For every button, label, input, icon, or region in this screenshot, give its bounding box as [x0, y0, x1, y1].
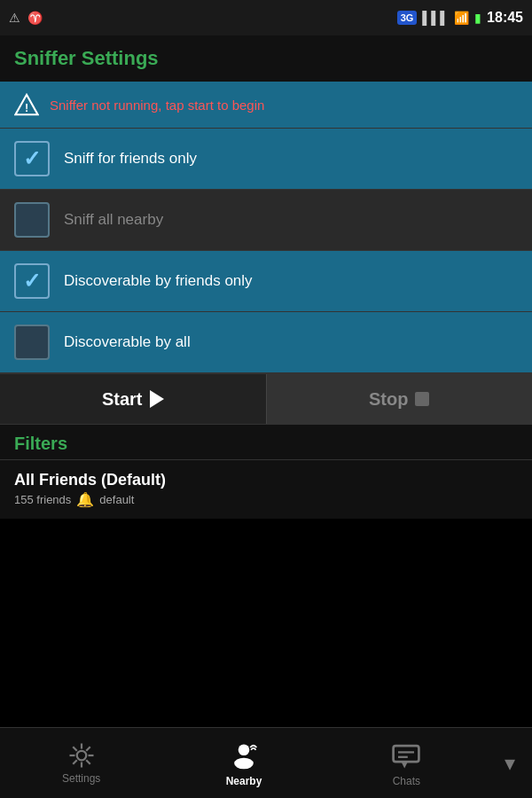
option-discoverable-all-label: Discoverable by all [64, 333, 191, 351]
wifi-icon: 📶 [454, 11, 469, 25]
option-sniff-friends-label: Sniff for friends only [64, 150, 197, 168]
network-badge: 3G [397, 11, 418, 25]
svg-line-10 [73, 760, 77, 764]
page-title: Sniffer Settings [14, 47, 159, 70]
filter-count: 155 friends [14, 493, 71, 506]
option-discoverable-all[interactable]: Discoverable by all [0, 312, 532, 373]
signal-icon: ▌▌▌ [422, 11, 449, 25]
svg-line-8 [86, 760, 90, 764]
status-bar: ⚠ ♈ 3G ▌▌▌ 📶 ▮ 18:45 [0, 0, 532, 35]
filter-item-all-friends[interactable]: All Friends (Default) 155 friends 🔔 defa… [0, 460, 532, 519]
settings-area: ! Sniffer not running, tap start to begi… [0, 82, 532, 425]
checkbox-sniff-friends[interactable]: ✓ [14, 141, 50, 176]
start-button-label: Start [102, 389, 143, 410]
checkmark-icon-2: ✓ [23, 270, 41, 292]
checkbox-sniff-nearby[interactable] [14, 202, 50, 238]
stop-button-label: Stop [369, 389, 408, 410]
filter-name: All Friends (Default) [14, 471, 518, 489]
status-left-icons: ⚠ ♈ [9, 11, 43, 25]
svg-point-11 [239, 744, 250, 755]
stop-button[interactable]: Stop [267, 374, 533, 424]
option-sniff-nearby-label: Sniff all nearby [64, 211, 163, 229]
chevron-down-icon: ▾ [505, 751, 515, 776]
warning-message: Sniffer not running, tap start to begin [50, 98, 264, 113]
nav-item-chats[interactable]: Chats [325, 728, 488, 798]
option-sniff-friends[interactable]: ✓ Sniff for friends only [0, 129, 532, 190]
nav-chats-label: Chats [393, 775, 420, 787]
filters-section: Filters All Friends (Default) 155 friend… [0, 425, 532, 519]
svg-line-7 [73, 747, 77, 751]
svg-line-9 [86, 747, 90, 751]
filters-header: Filters [0, 425, 532, 460]
filter-sound-icon: 🔔 [76, 491, 94, 508]
title-bar: Sniffer Settings [0, 35, 532, 82]
option-sniff-nearby[interactable]: Sniff all nearby [0, 190, 532, 251]
warning-banner: ! Sniffer not running, tap start to begi… [0, 82, 532, 129]
stop-icon [415, 392, 429, 406]
svg-text:!: ! [25, 102, 28, 114]
usb-icon: ♈ [27, 11, 43, 25]
svg-point-2 [76, 750, 86, 760]
svg-point-12 [234, 757, 254, 769]
bottom-nav: Settings Nearby Chats ▾ [0, 727, 532, 798]
filter-default-label: default [99, 493, 134, 506]
svg-marker-16 [402, 762, 408, 768]
status-time: 18:45 [487, 10, 523, 26]
nav-more-button[interactable]: ▾ [488, 728, 532, 798]
nearby-icon [228, 739, 260, 771]
start-button[interactable]: Start [0, 374, 267, 424]
checkbox-discoverable-friends[interactable]: ✓ [14, 263, 50, 299]
nav-nearby-label: Nearby [226, 775, 262, 787]
nav-settings-label: Settings [62, 772, 100, 785]
chats-icon [390, 739, 422, 771]
nav-item-nearby[interactable]: Nearby [162, 728, 325, 798]
status-right-icons: 3G ▌▌▌ 📶 ▮ 18:45 [397, 10, 523, 26]
battery-icon: ▮ [474, 11, 481, 25]
filters-title: Filters [14, 434, 67, 453]
filter-meta: 155 friends 🔔 default [14, 491, 518, 508]
option-discoverable-friends[interactable]: ✓ Discoverable by friends only [0, 251, 532, 312]
play-icon [150, 390, 164, 408]
gear-icon [68, 742, 95, 769]
nav-item-settings[interactable]: Settings [0, 728, 162, 798]
checkmark-icon: ✓ [23, 148, 41, 169]
action-bar: Start Stop [0, 373, 532, 425]
svg-rect-13 [394, 746, 419, 762]
warning-icon: ⚠ [9, 11, 20, 25]
option-discoverable-friends-label: Discoverable by friends only [64, 272, 253, 290]
warning-triangle-icon: ! [14, 92, 39, 117]
checkbox-discoverable-all[interactable] [14, 325, 50, 360]
